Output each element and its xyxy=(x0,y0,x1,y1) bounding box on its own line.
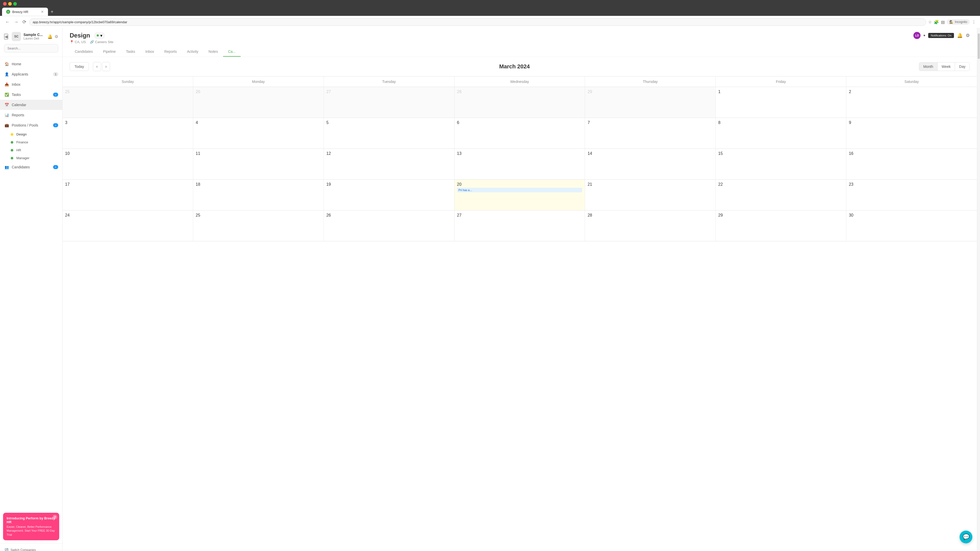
tab-notes[interactable]: Notes xyxy=(204,47,223,57)
main-content: Design ▾ LD Notifications: On 🔔 ⚙ 📍 CA, … xyxy=(62,28,977,551)
sidebar-item-positions-pools[interactable]: 💼 Positions / Pools + xyxy=(0,120,62,130)
sidebar-item-label: Inbox xyxy=(12,83,21,86)
calendar-cell[interactable]: 4 xyxy=(193,118,324,148)
switch-companies-button[interactable]: 🔄 Switch Companies xyxy=(3,547,59,551)
calendar-cell[interactable]: 29 xyxy=(585,87,716,118)
calendar-cell[interactable]: 23 xyxy=(846,179,977,210)
promo-close-button[interactable]: ✕ xyxy=(52,515,57,519)
promo-body: Easier, Cleaner, Better Performance Mana… xyxy=(6,525,56,537)
bookmark-icon[interactable]: ☆ xyxy=(928,20,932,24)
calendar-cell[interactable]: 26 xyxy=(193,87,324,118)
sidebar-collapse-button[interactable]: ◀ xyxy=(4,34,8,40)
calendar-cell[interactable]: 7 xyxy=(585,118,716,148)
calendar-cell[interactable]: 11 xyxy=(193,149,324,179)
position-careers-link[interactable]: 🔗 Careers Site xyxy=(90,40,113,44)
sub-item-design[interactable]: Design xyxy=(0,130,62,138)
tasks-icon: ✅ xyxy=(4,92,9,97)
tab-pipeline[interactable]: Pipeline xyxy=(98,47,121,57)
calendar-cell-20[interactable]: 20 Pri has a... xyxy=(455,179,585,210)
address-bar[interactable] xyxy=(29,18,926,26)
calendar-cell[interactable]: 17 xyxy=(62,179,193,210)
new-tab-button[interactable]: + xyxy=(48,8,56,16)
calendar-cell[interactable]: 13 xyxy=(455,149,585,179)
settings-gear-icon[interactable]: ⚙ xyxy=(55,34,58,39)
calendar-cell[interactable]: 14 xyxy=(585,149,716,179)
calendar-cell[interactable]: 28 xyxy=(455,87,585,118)
search-input[interactable] xyxy=(4,44,58,52)
cell-date: 24 xyxy=(65,213,190,218)
calendar-cell[interactable]: 30 xyxy=(846,210,977,241)
sidebar-item-applicants[interactable]: 👤 Applicants 1 xyxy=(0,69,62,79)
notification-bell-position-icon[interactable]: 🔔 xyxy=(957,33,963,38)
tab-candidates[interactable]: Candidates xyxy=(70,47,98,57)
minimize-window-button[interactable] xyxy=(8,2,12,6)
sidebar-item-reports[interactable]: 📊 Reports xyxy=(0,110,62,120)
settings-position-icon[interactable]: ⚙ xyxy=(966,33,970,38)
calendar-cell[interactable]: 12 xyxy=(324,149,455,179)
month-view-button[interactable]: Month xyxy=(919,62,938,71)
sidebar-item-candidates[interactable]: 👥 Candidates + xyxy=(0,162,62,172)
tab-tasks[interactable]: Tasks xyxy=(121,47,140,57)
calendar-cell[interactable]: 16 xyxy=(846,149,977,179)
calendar-cell[interactable]: 29 xyxy=(716,210,846,241)
day-view-button[interactable]: Day xyxy=(955,62,969,71)
tab-inbox[interactable]: Inbox xyxy=(140,47,159,57)
tab-activity[interactable]: Activity xyxy=(182,47,204,57)
sub-item-finance[interactable]: Finance xyxy=(0,138,62,146)
cell-date: 9 xyxy=(849,121,974,125)
calendar-event[interactable]: Pri has a... xyxy=(457,188,582,192)
extensions-icon[interactable]: 🧩 xyxy=(934,20,939,24)
reload-button[interactable]: ⟳ xyxy=(21,18,27,26)
sub-item-manager[interactable]: Manager xyxy=(0,154,62,162)
cell-date: 20 xyxy=(457,182,582,187)
calendar-cell[interactable]: 1 xyxy=(716,87,846,118)
menu-icon[interactable]: ⋮ xyxy=(972,20,976,24)
sub-item-hr[interactable]: HR xyxy=(0,146,62,154)
calendar-cell[interactable]: 19 xyxy=(324,179,455,210)
calendar-cell[interactable]: 18 xyxy=(193,179,324,210)
calendar-cell[interactable]: 25 xyxy=(62,87,193,118)
sidebar-toggle-icon[interactable]: ▤ xyxy=(941,20,945,24)
next-month-button[interactable]: › xyxy=(102,62,110,71)
sidebar-item-inbox[interactable]: 📥 Inbox xyxy=(0,79,62,89)
sidebar-header: ◀ SC Sample C... Lauren Deli 🔔 ⚙ xyxy=(0,28,62,57)
calendar-cell[interactable]: 3 xyxy=(62,118,193,148)
calendar-cell[interactable]: 5 xyxy=(324,118,455,148)
calendar-cell[interactable]: 15 xyxy=(716,149,846,179)
calendar-cell[interactable]: 24 xyxy=(62,210,193,241)
calendar-cell[interactable]: 10 xyxy=(62,149,193,179)
calendar-cell[interactable]: 2 xyxy=(846,87,977,118)
maximize-window-button[interactable] xyxy=(13,2,17,6)
calendar-cell[interactable]: 28 xyxy=(585,210,716,241)
tab-reports[interactable]: Reports xyxy=(159,47,182,57)
sidebar-item-calendar[interactable]: 📅 Calendar xyxy=(0,100,62,110)
cell-date: 23 xyxy=(849,182,974,187)
week-view-button[interactable]: Week xyxy=(938,62,955,71)
calendar-cell[interactable]: 21 xyxy=(585,179,716,210)
tab-calendar[interactable]: Ca... xyxy=(223,47,241,57)
close-window-button[interactable] xyxy=(3,2,6,6)
scrollbar[interactable] xyxy=(977,28,980,551)
status-dropdown-icon[interactable]: ▾ xyxy=(100,33,102,38)
calendar-cell[interactable]: 26 xyxy=(324,210,455,241)
browser-tab-active[interactable]: B Breezy HR ✕ xyxy=(2,8,48,16)
calendar-cell[interactable]: 27 xyxy=(455,210,585,241)
cell-date: 16 xyxy=(849,151,974,156)
today-button[interactable]: Today xyxy=(70,62,89,71)
calendar-cell[interactable]: 25 xyxy=(193,210,324,241)
calendar-cell[interactable]: 22 xyxy=(716,179,846,210)
sidebar-item-home[interactable]: 🏠 Home xyxy=(0,59,62,69)
calendar-cell[interactable]: 8 xyxy=(716,118,846,148)
chat-bubble[interactable]: 💬 xyxy=(959,530,972,543)
calendar-cell[interactable]: 9 xyxy=(846,118,977,148)
prev-month-button[interactable]: ‹ xyxy=(93,62,101,71)
notification-bell-icon[interactable]: 🔔 xyxy=(48,34,52,39)
back-button[interactable]: ← xyxy=(4,18,11,26)
tab-close-button[interactable]: ✕ xyxy=(41,10,44,14)
sidebar-item-tasks[interactable]: ✅ Tasks + xyxy=(0,89,62,100)
forward-button[interactable]: → xyxy=(13,18,19,26)
company-header-right: 🔔 ⚙ xyxy=(48,34,58,39)
calendar-cell[interactable]: 6 xyxy=(455,118,585,148)
calendar-cell[interactable]: 27 xyxy=(324,87,455,118)
scrollbar-thumb[interactable] xyxy=(978,33,980,59)
